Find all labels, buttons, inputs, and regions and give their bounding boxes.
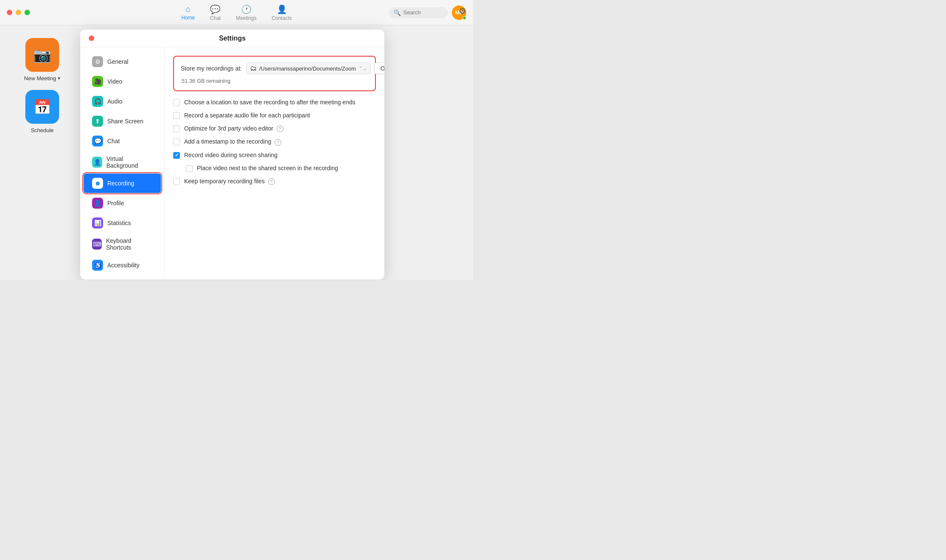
home-icon: ⌂ — [185, 4, 190, 14]
new-meeting-icon: 📷 — [25, 38, 59, 72]
sidebar-item-virtual-background[interactable]: 👤 Virtual Background — [84, 151, 161, 173]
left-panel: 📷 New Meeting ▾ 📅 Schedule — [0, 25, 84, 280]
checkbox-timestamp[interactable] — [173, 139, 180, 145]
tab-contacts[interactable]: 👤 Contacts — [272, 4, 291, 21]
meetings-icon: 🕐 — [241, 4, 252, 14]
tab-contacts-label: Contacts — [272, 15, 291, 21]
chevron-down-icon: ▾ — [58, 76, 60, 81]
checkbox-keep-temp[interactable] — [173, 178, 180, 185]
accessibility-icon: ♿ — [92, 260, 103, 271]
sidebar-item-statistics[interactable]: 📊 Statistics — [84, 213, 161, 233]
option-keep-temp: Keep temporary recording files ? — [173, 178, 376, 185]
option-timestamp: Add a timestamp to the recording ? — [173, 138, 376, 145]
modal-close-button[interactable] — [89, 35, 94, 41]
search-icon: 🔍 — [394, 9, 401, 16]
keyboard-shortcuts-icon: ⌨ — [92, 239, 102, 250]
sidebar-item-recording[interactable]: ⏺ Recording — [84, 174, 161, 193]
schedule-icon: 📅 — [25, 90, 59, 124]
main-content: 📷 New Meeting ▾ 📅 Schedule ⚙ Settings — [0, 25, 473, 280]
checkbox-place-video[interactable] — [186, 165, 193, 172]
option-separate-audio: Record a separate audio file for each pa… — [173, 112, 376, 119]
sidebar-item-audio[interactable]: 🎧 Audio — [84, 92, 161, 111]
tab-meetings[interactable]: 🕐 Meetings — [236, 4, 257, 21]
path-row: Store my recordings at: 🗂 /Users/marissa… — [181, 63, 368, 74]
open-button[interactable]: Open — [374, 63, 384, 74]
sidebar-item-profile[interactable]: 👤 Profile — [84, 193, 161, 213]
folder-icon: 🗂 — [250, 65, 257, 72]
tab-chat-label: Chat — [210, 15, 220, 21]
contacts-icon: 👤 — [277, 4, 287, 14]
sidebar-item-chat[interactable]: 💬 Chat — [84, 131, 161, 151]
checkbox-choose-location[interactable] — [173, 99, 180, 106]
path-input-group: 🗂 /Users/marissaperino/Documents/Zoom ⌃⌄… — [246, 63, 384, 74]
option-optimize-editor: Optimize for 3rd party video editor ? — [173, 125, 376, 132]
option-place-video: Place video next to the shared screen in… — [186, 165, 376, 172]
path-chevron-icon: ⌃⌄ — [359, 65, 367, 71]
help-icon-optimize[interactable]: ? — [277, 125, 283, 132]
path-selector[interactable]: 🗂 /Users/marissaperino/Documents/Zoom ⌃⌄ — [246, 63, 371, 74]
statistics-icon: 📊 — [92, 217, 103, 228]
tab-home[interactable]: ⌂ Home — [181, 4, 195, 21]
schedule-label: Schedule — [31, 127, 54, 133]
search-box[interactable]: 🔍 — [389, 7, 448, 18]
titlebar: ⌂ Home 💬 Chat 🕐 Meetings 👤 Contacts 🔍 MP — [0, 0, 473, 25]
modal-body: ⚙ General 🎥 Video 🎧 Audio ⬆ Share Screen… — [80, 47, 384, 280]
sidebar-item-share-screen[interactable]: ⬆ Share Screen — [84, 111, 161, 131]
general-icon: ⚙ — [92, 56, 103, 67]
share-screen-icon: ⬆ — [92, 116, 103, 127]
titlebar-right: 🔍 MP — [389, 5, 466, 20]
audio-icon: 🎧 — [92, 96, 103, 107]
checkbox-separate-audio[interactable] — [173, 112, 180, 119]
sidebar-item-keyboard-shortcuts[interactable]: ⌨ Keyboard Shortcuts — [84, 233, 161, 255]
modal-title: Settings — [219, 35, 245, 42]
chat-sidebar-icon: 💬 — [92, 136, 103, 147]
option-choose-location: Choose a location to save the recording … — [173, 99, 376, 106]
virtual-background-icon: 👤 — [92, 157, 102, 168]
minimize-button[interactable] — [16, 10, 21, 15]
tab-meetings-label: Meetings — [236, 15, 257, 21]
new-meeting-button[interactable]: 📷 New Meeting ▾ — [24, 38, 60, 82]
online-indicator — [462, 16, 466, 20]
modal-header: Settings — [80, 30, 384, 47]
recording-icon: ⏺ — [92, 178, 103, 189]
settings-content: Store my recordings at: 🗂 /Users/marissa… — [165, 47, 384, 280]
search-input[interactable] — [403, 9, 446, 16]
close-button[interactable] — [7, 10, 12, 15]
nav-tabs: ⌂ Home 💬 Chat 🕐 Meetings 👤 Contacts — [181, 4, 291, 21]
sidebar-item-general[interactable]: ⚙ General — [84, 52, 161, 71]
maximize-button[interactable] — [24, 10, 30, 15]
new-meeting-label: New Meeting ▾ — [24, 75, 60, 82]
video-icon: 🎥 — [92, 76, 103, 87]
store-label: Store my recordings at: — [181, 65, 242, 72]
help-icon-keep-temp[interactable]: ? — [268, 178, 275, 185]
sidebar-item-video[interactable]: 🎥 Video — [84, 72, 161, 91]
settings-modal: Settings ⚙ General 🎥 Video 🎧 Audio ⬆ — [80, 30, 384, 280]
help-icon-timestamp[interactable]: ? — [275, 139, 281, 146]
profile-icon: 👤 — [92, 198, 103, 209]
tab-chat[interactable]: 💬 Chat — [210, 4, 220, 21]
option-record-video-sharing: Record video during screen sharing — [173, 152, 376, 159]
gear-button[interactable]: ⚙ — [459, 6, 466, 16]
path-text: /Users/marissaperino/Documents/Zoom — [259, 65, 356, 72]
checkbox-optimize-editor[interactable] — [173, 125, 180, 132]
sidebar-item-accessibility[interactable]: ♿ Accessibility — [84, 256, 161, 275]
tab-home-label: Home — [181, 15, 195, 21]
window-controls — [7, 10, 30, 15]
remaining-text: 51.36 GB remaining — [182, 78, 231, 84]
chat-icon: 💬 — [210, 4, 220, 14]
recording-path-box: Store my recordings at: 🗂 /Users/marissa… — [173, 56, 376, 91]
settings-sidebar: ⚙ General 🎥 Video 🎧 Audio ⬆ Share Screen… — [80, 47, 165, 280]
checkbox-record-video-sharing[interactable] — [173, 152, 180, 159]
schedule-button[interactable]: 📅 Schedule — [25, 90, 59, 133]
